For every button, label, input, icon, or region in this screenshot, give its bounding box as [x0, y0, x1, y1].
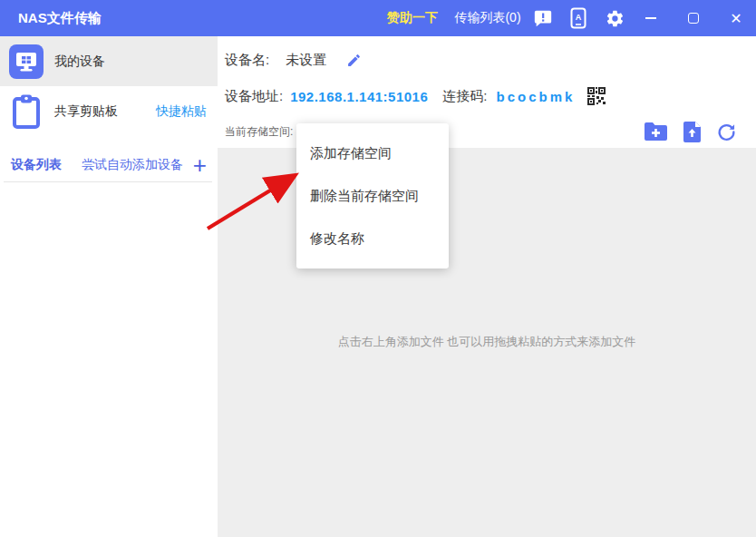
device-name-row: 设备名: 未设置: [225, 47, 362, 73]
auto-add-device-link[interactable]: 尝试自动添加设备: [82, 157, 183, 173]
menu-item-add-storage[interactable]: 添加存储空间: [296, 132, 449, 175]
svg-text:A: A: [576, 13, 582, 22]
add-device-button[interactable]: +: [193, 156, 207, 174]
upload-file-icon[interactable]: [683, 122, 701, 142]
refresh-icon[interactable]: [717, 122, 736, 142]
mobile-app-icon[interactable]: A: [563, 0, 594, 36]
transfer-list-button[interactable]: 传输列表(0): [450, 0, 526, 36]
feedback-icon[interactable]: [528, 0, 558, 36]
titlebar: NAS文件传输 赞助一下 传输列表(0) A ✕: [0, 0, 756, 36]
sponsor-button[interactable]: 赞助一下: [384, 0, 441, 36]
sidebar-item-my-device[interactable]: 我的设备: [0, 36, 218, 86]
drop-area-hint: 点击右上角添加文件 也可以用拖拽粘贴的方式来添加文件: [218, 334, 756, 350]
device-name-label: 设备名:: [225, 52, 269, 69]
sidebar-divider: [4, 181, 212, 182]
quick-paste-link[interactable]: 快捷粘贴: [156, 103, 207, 120]
device-address-value: 192.168.1.141:51016: [290, 89, 428, 104]
computer-icon: [9, 44, 44, 79]
sidebar-item-shared-clipboard[interactable]: 共享剪贴板 快捷粘贴: [0, 86, 218, 136]
sidebar-item-label: 共享剪贴板: [54, 103, 118, 120]
device-name-value: 未设置: [286, 52, 326, 69]
header-actions: [645, 118, 736, 145]
menu-item-rename[interactable]: 修改名称: [296, 218, 449, 260]
minimize-button[interactable]: [633, 0, 669, 36]
device-address-label: 设备地址:: [225, 88, 283, 105]
qr-code-icon[interactable]: [587, 87, 606, 105]
maximize-button[interactable]: [675, 0, 712, 36]
clipboard-icon: [9, 93, 44, 130]
menu-item-delete-storage[interactable]: 删除当前存储空间: [296, 175, 449, 218]
app-title: NAS文件传输: [18, 0, 102, 36]
settings-gear-icon[interactable]: [599, 0, 630, 36]
device-list-row: 设备列表 尝试自动添加设备 +: [0, 151, 218, 180]
maximize-icon: [688, 13, 699, 24]
minimize-icon: [645, 17, 656, 19]
device-list-tab[interactable]: 设备列表: [11, 157, 62, 173]
storage-context-menu: 添加存储空间 删除当前存储空间 修改名称: [296, 123, 449, 268]
connection-code-label: 连接码:: [442, 88, 487, 105]
app-window: NAS文件传输 赞助一下 传输列表(0) A ✕: [0, 0, 756, 537]
sidebar: 我的设备 共享剪贴板 快捷粘贴 设备列表 尝试自动添加设备 +: [0, 36, 218, 537]
device-address-row: 设备地址: 192.168.1.141:51016 连接码: bcocbmk: [225, 83, 606, 109]
connection-code-value: bcocbmk: [496, 89, 575, 104]
current-storage-label: 当前存储空间:: [225, 124, 293, 140]
sidebar-item-label: 我的设备: [54, 54, 105, 70]
edit-pencil-icon[interactable]: [346, 53, 362, 68]
close-button[interactable]: ✕: [718, 0, 754, 36]
add-folder-icon[interactable]: [645, 122, 667, 141]
